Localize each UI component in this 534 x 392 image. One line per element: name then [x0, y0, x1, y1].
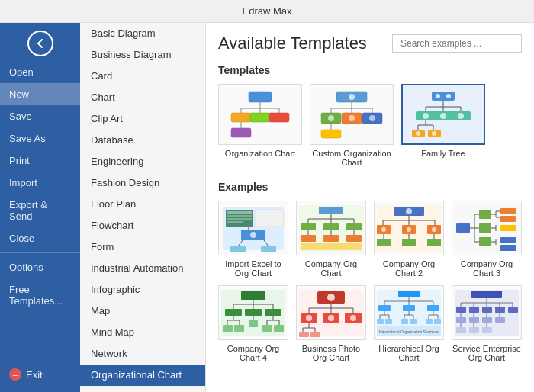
svg-rect-105: [479, 210, 491, 219]
nav-item-industrial[interactable]: Industrial Automation: [80, 258, 205, 279]
svg-rect-192: [434, 319, 441, 324]
nav-item-form[interactable]: Form: [80, 236, 205, 258]
nav-item-card[interactable]: Card: [80, 66, 205, 87]
svg-point-80: [406, 208, 412, 214]
svg-point-37: [440, 113, 446, 119]
svg-rect-106: [479, 223, 491, 233]
svg-point-47: [432, 131, 436, 136]
sidebar-item-free-templates[interactable]: Free Templates...: [0, 278, 80, 312]
back-button[interactable]: [27, 31, 53, 56]
svg-rect-52: [227, 218, 252, 220]
svg-rect-164: [310, 332, 320, 337]
nav-item-floor-plan[interactable]: Floor Plan: [80, 194, 205, 215]
svg-rect-59: [230, 246, 246, 252]
svg-point-147: [327, 294, 335, 301]
svg-point-35: [423, 113, 429, 119]
sidebar-item-import[interactable]: Import: [0, 172, 80, 194]
example-thumb-import-excel: [218, 201, 288, 255]
templates-section-label: Templates: [218, 64, 522, 76]
sidebar-item-export[interactable]: Export & Send: [0, 194, 80, 227]
template-custom-org[interactable]: Custom Organization Chart: [310, 84, 394, 167]
svg-rect-118: [500, 225, 516, 231]
svg-rect-116: [500, 208, 516, 214]
nav-item-fashion-design[interactable]: Fashion Design: [80, 172, 205, 194]
example-import-excel[interactable]: Import Excel to Org Chart: [218, 201, 288, 278]
sidebar-item-close[interactable]: Close: [0, 227, 80, 249]
svg-rect-196: [471, 291, 502, 298]
example-hierarchical-org[interactable]: Hierarchical Organization Structure Hier…: [374, 285, 444, 362]
example-label-company-org-3: Company Org Chart 3: [452, 259, 522, 278]
sidebar-item-new[interactable]: New: [0, 83, 80, 105]
nav-item-infographic[interactable]: Infographic: [80, 279, 205, 300]
example-thumb-business-photo-org: [296, 285, 366, 340]
sidebar-item-print[interactable]: Print: [0, 149, 80, 172]
svg-rect-107: [479, 237, 491, 246]
search-input[interactable]: [392, 34, 522, 53]
nav-item-clip-art[interactable]: Clip Art: [80, 108, 205, 130]
svg-rect-99: [456, 223, 470, 233]
svg-rect-185: [401, 319, 408, 324]
svg-rect-54: [255, 210, 284, 227]
example-company-org[interactable]: Company Org Chart: [296, 201, 366, 278]
svg-rect-10: [231, 128, 251, 137]
svg-rect-60: [261, 246, 276, 252]
nav-item-flowchart[interactable]: Flowchart: [80, 215, 205, 236]
svg-rect-50: [227, 211, 252, 214]
template-thumb-family-tree: [401, 84, 485, 145]
nav-item-database[interactable]: Database: [80, 130, 205, 151]
svg-rect-53: [227, 221, 243, 223]
svg-rect-70: [346, 223, 362, 230]
nav-item-engineering[interactable]: Engineering: [80, 151, 205, 172]
svg-point-21: [349, 115, 355, 121]
svg-point-27: [436, 94, 440, 98]
svg-rect-95: [402, 239, 416, 246]
main-content: Available Templates Templates: [206, 23, 534, 392]
svg-point-87: [381, 227, 386, 232]
nav-item-map[interactable]: Map: [80, 300, 205, 322]
sidebar-item-save-as[interactable]: Save As: [0, 127, 80, 149]
svg-point-28: [446, 94, 451, 98]
sidebar-item-open[interactable]: Open: [0, 61, 80, 83]
templates-grid: Organization Chart: [218, 84, 522, 167]
svg-point-91: [432, 227, 436, 232]
example-company-org-3[interactable]: Company Org Chart 3: [452, 201, 522, 278]
template-family-tree[interactable]: Family Tree: [401, 84, 485, 167]
nav-item-business-diagram[interactable]: Business Diagram: [80, 44, 205, 66]
example-business-photo-org[interactable]: Business Photo Org Chart: [296, 285, 366, 362]
svg-rect-143: [262, 325, 272, 332]
svg-rect-191: [426, 319, 433, 324]
svg-rect-166: [398, 291, 420, 297]
nav-item-network[interactable]: Network: [80, 343, 205, 365]
svg-text:Hierarchical Organization Stru: Hierarchical Organization Structure: [379, 329, 439, 334]
svg-rect-77: [301, 243, 362, 250]
example-company-org-2[interactable]: Company Org Chart 2: [374, 201, 444, 278]
svg-point-158: [350, 315, 356, 321]
sidebar-item-save[interactable]: Save: [0, 105, 80, 127]
title-bar: Edraw Max: [0, 0, 534, 23]
sidebar-divider: [0, 252, 80, 253]
nav-item-basic-diagram[interactable]: Basic Diagram: [80, 23, 205, 44]
example-service-enterprise[interactable]: Service Enterprise Org Chart: [452, 285, 522, 362]
svg-rect-136: [234, 325, 244, 332]
svg-point-45: [416, 131, 420, 136]
svg-rect-207: [495, 307, 505, 313]
example-company-org-4[interactable]: Company Org Chart 4: [218, 285, 288, 362]
svg-rect-6: [231, 113, 251, 122]
nav-item-mind-map[interactable]: Mind Map: [80, 322, 205, 343]
svg-rect-75: [323, 235, 339, 242]
svg-rect-208: [508, 307, 518, 313]
sidebar-item-exit[interactable]: – Exit: [0, 363, 80, 386]
example-thumb-company-org: [296, 201, 366, 255]
sidebar: Open New Save Save As Print Import Expor…: [0, 23, 80, 392]
svg-rect-222: [482, 327, 492, 333]
svg-rect-68: [301, 223, 316, 230]
nav-item-presentation[interactable]: Presentation: [80, 386, 205, 392]
nav-item-chart[interactable]: Chart: [80, 87, 205, 108]
template-org-chart[interactable]: Organization Chart: [218, 84, 302, 167]
example-label-import-excel: Import Excel to Org Chart: [218, 259, 288, 278]
svg-rect-138: [249, 320, 258, 327]
sidebar-item-options[interactable]: Options: [0, 256, 80, 278]
examples-section-label: Examples: [218, 181, 522, 193]
svg-rect-186: [410, 319, 417, 324]
nav-item-org-chart[interactable]: Organizational Chart: [80, 365, 205, 386]
